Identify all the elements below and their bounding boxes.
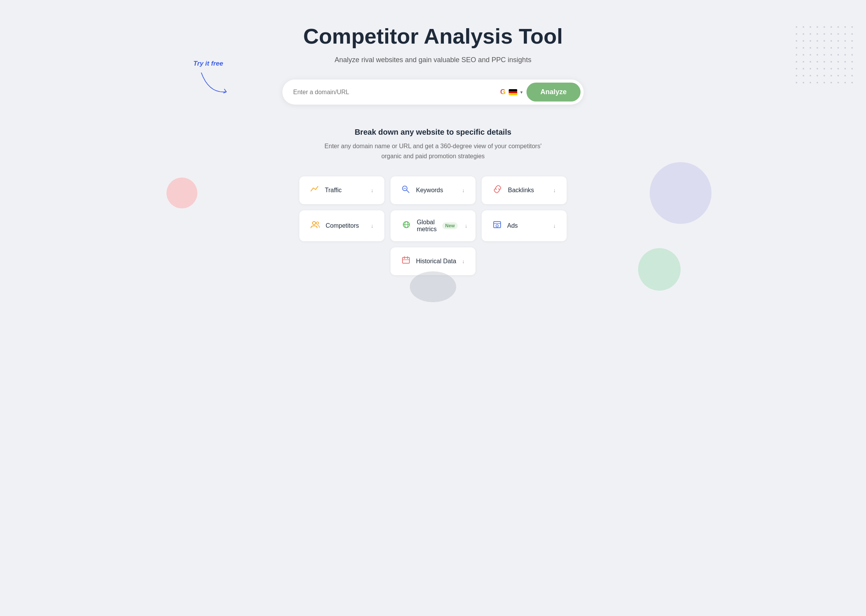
svg-point-47 bbox=[830, 47, 832, 49]
svg-point-78 bbox=[796, 75, 797, 76]
svg-point-60 bbox=[796, 61, 797, 63]
svg-point-46 bbox=[824, 47, 825, 49]
svg-point-48 bbox=[837, 47, 839, 49]
card-historical-data[interactable]: Historical Data ↓ bbox=[391, 247, 475, 275]
svg-point-93 bbox=[837, 82, 839, 83]
svg-point-26 bbox=[810, 33, 811, 35]
feature-cards-grid: Traffic ↓ Keywords ↓ bbox=[186, 176, 681, 275]
svg-point-76 bbox=[844, 68, 846, 69]
try-free-label: Try it free bbox=[194, 60, 232, 68]
svg-point-39 bbox=[837, 40, 839, 42]
svg-point-86 bbox=[851, 75, 853, 76]
svg-point-10 bbox=[496, 225, 498, 227]
svg-point-92 bbox=[830, 82, 832, 83]
svg-point-23 bbox=[851, 26, 853, 28]
analyze-button[interactable]: Analyze bbox=[526, 83, 581, 102]
google-icon: G bbox=[500, 88, 506, 96]
card-global-metrics-label: Global metrics bbox=[417, 219, 437, 233]
svg-point-30 bbox=[837, 33, 839, 35]
svg-point-67 bbox=[844, 61, 846, 63]
svg-point-65 bbox=[830, 61, 832, 63]
svg-point-90 bbox=[817, 82, 818, 83]
dots-grid-decoration bbox=[789, 19, 866, 89]
svg-point-95 bbox=[851, 82, 853, 83]
card-keywords-label: Keywords bbox=[416, 187, 457, 194]
svg-point-20 bbox=[830, 26, 832, 28]
search-bar-wrapper: G ▾ Analyze bbox=[186, 80, 681, 105]
svg-point-80 bbox=[810, 75, 811, 76]
svg-point-88 bbox=[803, 82, 804, 83]
card-competitors-label: Competitors bbox=[326, 222, 365, 229]
card-backlinks[interactable]: Backlinks ↓ bbox=[482, 176, 567, 204]
svg-point-22 bbox=[844, 26, 846, 28]
svg-point-84 bbox=[837, 75, 839, 76]
search-controls: G ▾ bbox=[500, 88, 523, 96]
svg-point-24 bbox=[796, 33, 797, 35]
svg-point-49 bbox=[844, 47, 846, 49]
cards-row-3: Historical Data ↓ bbox=[391, 247, 475, 275]
svg-point-54 bbox=[817, 54, 818, 56]
search-input[interactable] bbox=[293, 89, 500, 96]
svg-point-17 bbox=[810, 26, 811, 28]
ads-chevron: ↓ bbox=[553, 223, 556, 229]
section-description: Enter any domain name or URL and get a 3… bbox=[186, 141, 681, 161]
svg-point-29 bbox=[830, 33, 832, 35]
svg-point-56 bbox=[830, 54, 832, 56]
new-badge: New bbox=[442, 222, 458, 229]
svg-rect-11 bbox=[402, 257, 409, 263]
card-competitors[interactable]: Competitors ↓ bbox=[299, 210, 384, 241]
card-ads[interactable]: Ads ↓ bbox=[482, 210, 567, 241]
backlinks-icon bbox=[492, 185, 503, 196]
decorative-circle-gray bbox=[410, 271, 456, 302]
search-bar: G ▾ Analyze bbox=[282, 80, 584, 105]
historical-data-chevron: ↓ bbox=[462, 258, 465, 264]
svg-point-82 bbox=[824, 75, 825, 76]
traffic-icon bbox=[310, 185, 319, 196]
svg-point-32 bbox=[851, 33, 853, 35]
svg-point-89 bbox=[810, 82, 811, 83]
svg-point-53 bbox=[810, 54, 811, 56]
ads-icon bbox=[492, 220, 502, 231]
svg-point-38 bbox=[830, 40, 832, 42]
svg-point-66 bbox=[837, 61, 839, 63]
svg-point-52 bbox=[803, 54, 804, 56]
svg-point-19 bbox=[824, 26, 825, 28]
svg-point-3 bbox=[312, 222, 316, 225]
card-backlinks-label: Backlinks bbox=[508, 187, 548, 194]
section-heading: Break down any website to specific detai… bbox=[186, 128, 681, 161]
svg-point-94 bbox=[844, 82, 846, 83]
flag-dropdown[interactable]: ▾ bbox=[520, 90, 523, 95]
svg-point-58 bbox=[844, 54, 846, 56]
svg-point-28 bbox=[824, 33, 825, 35]
svg-point-31 bbox=[844, 33, 846, 35]
historical-data-icon bbox=[401, 256, 411, 267]
traffic-chevron: ↓ bbox=[371, 187, 374, 193]
svg-point-45 bbox=[817, 47, 818, 49]
svg-point-87 bbox=[796, 82, 797, 83]
svg-point-59 bbox=[851, 54, 853, 56]
try-free-arrow bbox=[197, 71, 232, 98]
svg-point-68 bbox=[851, 61, 853, 63]
svg-point-69 bbox=[796, 68, 797, 69]
try-free-annotation: Try it free bbox=[194, 60, 232, 99]
svg-point-63 bbox=[817, 61, 818, 63]
svg-point-25 bbox=[803, 33, 804, 35]
svg-point-15 bbox=[796, 26, 797, 28]
svg-point-64 bbox=[824, 61, 825, 63]
section-title: Break down any website to specific detai… bbox=[186, 128, 681, 137]
svg-point-34 bbox=[803, 40, 804, 42]
svg-point-35 bbox=[810, 40, 811, 42]
competitors-icon bbox=[310, 220, 320, 231]
cards-row-1: Traffic ↓ Keywords ↓ bbox=[299, 176, 567, 204]
card-traffic[interactable]: Traffic ↓ bbox=[299, 176, 384, 204]
svg-point-81 bbox=[817, 75, 818, 76]
card-ads-label: Ads bbox=[507, 222, 548, 229]
card-global-metrics[interactable]: Global metrics New ↓ bbox=[391, 210, 475, 241]
global-metrics-chevron: ↓ bbox=[465, 223, 467, 229]
svg-point-42 bbox=[796, 47, 797, 49]
svg-line-1 bbox=[406, 190, 409, 193]
card-traffic-label: Traffic bbox=[325, 187, 365, 194]
svg-point-41 bbox=[851, 40, 853, 42]
svg-point-50 bbox=[851, 47, 853, 49]
card-keywords[interactable]: Keywords ↓ bbox=[391, 176, 475, 204]
